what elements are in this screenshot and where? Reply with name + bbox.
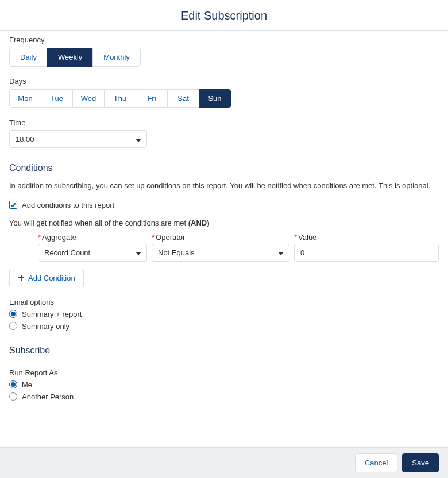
email-summary-only-radio[interactable] — [9, 322, 17, 330]
operator-label: *Operator — [152, 233, 289, 242]
time-label: Time — [9, 118, 439, 127]
run-as-me-label: Me — [22, 380, 32, 389]
frequency-daily[interactable]: Daily — [9, 48, 48, 67]
conditions-heading: Conditions — [9, 163, 439, 173]
days-label: Days — [9, 77, 439, 86]
email-summary-report-radio[interactable] — [9, 310, 17, 318]
day-thu[interactable]: Thu — [104, 89, 136, 108]
email-summary-report-label: Summary + report — [22, 310, 82, 318]
run-as-another-radio[interactable] — [9, 392, 17, 401]
cancel-button[interactable]: Cancel — [355, 453, 397, 472]
frequency-weekly[interactable]: Weekly — [47, 48, 93, 67]
value-label: *Value — [294, 233, 439, 242]
frequency-monthly[interactable]: Monthly — [92, 48, 141, 67]
conditions-notify-text: You will get notified when all of the co… — [9, 219, 439, 227]
frequency-label: Frequency — [9, 36, 439, 44]
save-button[interactable]: Save — [402, 453, 439, 472]
modal-body-scroll[interactable]: Frequency Daily Weekly Monthly Days Mon … — [0, 31, 448, 447]
add-condition-button[interactable]: Add Condition — [9, 269, 84, 287]
day-wed[interactable]: Wed — [72, 89, 105, 108]
run-as-me-radio[interactable] — [9, 380, 17, 388]
frequency-group: Daily Weekly Monthly — [9, 48, 141, 67]
time-select[interactable]: 18.00 — [9, 130, 147, 148]
aggregate-label: *Aggregate — [38, 233, 147, 242]
operator-select[interactable]: Not Equals — [152, 244, 289, 262]
day-sun[interactable]: Sun — [199, 89, 231, 108]
conditions-notify-prefix: You will get notified when all of the co… — [9, 219, 188, 227]
email-summary-only-label: Summary only — [22, 322, 69, 331]
add-conditions-checkbox[interactable] — [9, 201, 17, 209]
run-as-another-label: Another Person — [22, 392, 74, 401]
day-mon[interactable]: Mon — [9, 89, 41, 108]
modal-title: Edit Subscription — [0, 0, 448, 31]
modal-footer: Cancel Save — [0, 447, 448, 478]
value-input[interactable] — [294, 244, 439, 262]
add-condition-label: Add Condition — [28, 274, 75, 282]
aggregate-select[interactable]: Record Count — [38, 244, 147, 262]
day-sat[interactable]: Sat — [167, 89, 199, 108]
add-conditions-label: Add conditions to this report — [22, 201, 114, 209]
run-report-as-label: Run Report As — [9, 368, 439, 377]
days-group: Mon Tue Wed Thu Fri Sat Sun — [9, 89, 231, 108]
day-tue[interactable]: Tue — [41, 89, 73, 108]
day-fri[interactable]: Fri — [136, 89, 168, 108]
email-options-label: Email options — [9, 298, 439, 306]
conditions-notify-and: (AND) — [188, 219, 210, 227]
condition-row: *Aggregate Record Count *Operator Not Eq… — [9, 233, 439, 262]
subscribe-heading: Subscribe — [9, 345, 439, 356]
plus-icon — [18, 274, 25, 281]
conditions-help-text: In addition to subscribing, you can set … — [9, 180, 439, 192]
